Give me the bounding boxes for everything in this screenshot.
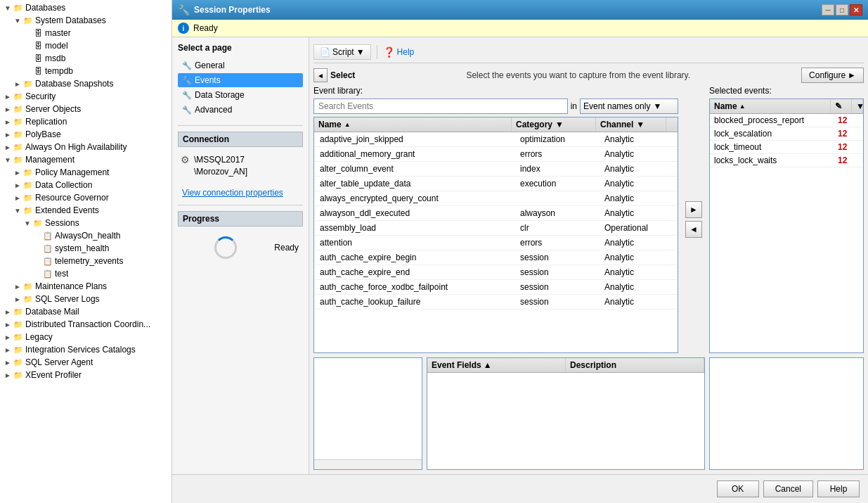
expand-icon[interactable]: ► bbox=[3, 319, 13, 329]
tree-item[interactable]: 🗄tempdb bbox=[1, 65, 170, 77]
expand-icon[interactable]: ► bbox=[3, 117, 13, 127]
expand-icon[interactable]: ► bbox=[3, 332, 13, 342]
page-item-events[interactable]: 🔧Events bbox=[178, 73, 303, 87]
channel-column-header[interactable]: Channel ▼ bbox=[596, 117, 666, 132]
expand-icon[interactable]: ► bbox=[13, 294, 22, 304]
close-button[interactable]: ✕ bbox=[850, 4, 862, 15]
expand-icon[interactable]: ► bbox=[3, 357, 13, 367]
expand-icon[interactable]: ► bbox=[3, 142, 13, 152]
expand-icon[interactable]: ► bbox=[3, 345, 13, 355]
prev-button[interactable]: ◄ bbox=[313, 68, 328, 82]
expand-icon[interactable]: ▼ bbox=[22, 218, 32, 228]
expand-icon[interactable]: ► bbox=[3, 91, 13, 101]
sel-edit-header[interactable]: ✎ bbox=[831, 99, 852, 113]
tree-item[interactable]: ►📁Security bbox=[1, 90, 170, 103]
name-column-header[interactable]: Name ▲ bbox=[314, 117, 512, 132]
selected-event-row[interactable]: locks_lock_waits12 bbox=[710, 154, 863, 167]
tree-item[interactable]: ►📁Always On High Availability bbox=[1, 141, 170, 153]
expand-icon[interactable] bbox=[22, 53, 32, 63]
expand-icon[interactable] bbox=[32, 269, 42, 279]
selected-event-row[interactable]: lock_timeout12 bbox=[710, 141, 863, 154]
tree-item[interactable]: ►📁Data Collection bbox=[1, 179, 170, 191]
tree-item[interactable]: ▼📁Management bbox=[1, 153, 170, 166]
description-header[interactable]: Description bbox=[566, 358, 704, 372]
remove-event-button[interactable]: ◄ bbox=[685, 221, 702, 238]
script-button[interactable]: 📄 Script ▼ bbox=[313, 44, 371, 60]
tree-item[interactable]: ▼📁Extended Events bbox=[1, 204, 170, 217]
expand-icon[interactable]: ▼ bbox=[13, 205, 22, 215]
tree-item[interactable]: ►📁Distributed Transaction Coordin... bbox=[1, 318, 170, 331]
event-row[interactable]: alter_column_eventindexAnalytic bbox=[314, 162, 678, 177]
expand-icon[interactable]: ► bbox=[13, 180, 22, 190]
page-item-data-storage[interactable]: 🔧Data Storage bbox=[178, 88, 303, 102]
view-connection-link[interactable]: View connection properties bbox=[178, 186, 303, 199]
page-item-general[interactable]: 🔧General bbox=[178, 58, 303, 72]
tree-item[interactable]: ►📁Legacy bbox=[1, 331, 170, 343]
search-input[interactable] bbox=[313, 98, 568, 114]
tree-item[interactable]: 📋telemetry_xevents bbox=[1, 255, 170, 267]
tree-item[interactable]: ▼📁Sessions bbox=[1, 217, 170, 229]
cancel-button[interactable]: Cancel bbox=[763, 480, 813, 497]
tree-item[interactable]: 🗄master bbox=[1, 27, 170, 39]
tree-item[interactable]: ▼📁Databases bbox=[1, 1, 170, 14]
bottom-left-scroll[interactable] bbox=[314, 358, 422, 459]
tree-item[interactable]: ►📁Replication bbox=[1, 115, 170, 128]
tree-item[interactable]: ►📁Resource Governor bbox=[1, 191, 170, 204]
tree-item[interactable]: ►📁Maintenance Plans bbox=[1, 280, 170, 293]
page-item-advanced[interactable]: 🔧Advanced bbox=[178, 103, 303, 117]
tree-item[interactable]: ►📁Server Objects bbox=[1, 103, 170, 115]
tree-item[interactable]: ►📁SQL Server Agent bbox=[1, 356, 170, 369]
maximize-button[interactable]: □ bbox=[836, 4, 848, 15]
expand-icon[interactable] bbox=[32, 231, 42, 241]
event-row[interactable]: additional_memory_granterrorsAnalytic bbox=[314, 147, 678, 162]
event-row[interactable]: adaptive_join_skippedoptimizationAnalyti… bbox=[314, 132, 678, 147]
expand-icon[interactable]: ► bbox=[13, 193, 22, 203]
bottom-left-hscroll[interactable] bbox=[314, 459, 422, 469]
tree-item[interactable]: ►📁Database Snapshots bbox=[1, 77, 170, 90]
tree-item[interactable]: ►📁SQL Server Logs bbox=[1, 293, 170, 305]
event-row[interactable]: alwayson_ddl_executedalwaysonAnalytic bbox=[314, 206, 678, 221]
expand-icon[interactable] bbox=[32, 256, 42, 266]
expand-icon[interactable]: ► bbox=[3, 307, 13, 317]
event-row[interactable]: auth_cache_expire_endsessionAnalytic bbox=[314, 265, 678, 280]
expand-icon[interactable]: ► bbox=[13, 281, 22, 291]
expand-icon[interactable] bbox=[32, 243, 42, 253]
event-row[interactable]: alter_table_update_dataexecutionAnalytic bbox=[314, 177, 678, 191]
category-column-header[interactable]: Category ▼ bbox=[512, 117, 596, 132]
tree-item[interactable]: ▼📁System Databases bbox=[1, 14, 170, 27]
expand-icon[interactable]: ► bbox=[13, 167, 22, 177]
expand-icon[interactable]: ► bbox=[3, 129, 13, 139]
tree-item[interactable]: ►📁PolyBase bbox=[1, 128, 170, 141]
minimize-button[interactable]: ─ bbox=[822, 4, 834, 15]
tree-item[interactable]: 📋test bbox=[1, 267, 170, 280]
tree-item[interactable]: ►📁XEvent Profiler bbox=[1, 369, 170, 381]
expand-icon[interactable]: ► bbox=[3, 370, 13, 380]
tree-item[interactable]: 🗄model bbox=[1, 39, 170, 52]
event-row[interactable]: auth_cache_expire_beginsessionAnalytic bbox=[314, 250, 678, 265]
event-row[interactable]: always_encrypted_query_countAnalytic bbox=[314, 191, 678, 206]
expand-icon[interactable]: ► bbox=[3, 104, 13, 114]
event-row[interactable]: auth_cache_lookup_failuresessionAnalytic bbox=[314, 295, 678, 310]
sel-name-header[interactable]: Name ▲ bbox=[710, 99, 831, 113]
tree-item[interactable]: 📋system_health bbox=[1, 242, 170, 255]
sel-filter-header[interactable]: ▼ bbox=[852, 99, 863, 113]
tree-item[interactable]: ►📁Policy Management bbox=[1, 166, 170, 179]
expand-icon[interactable] bbox=[22, 28, 32, 38]
add-event-button[interactable]: ► bbox=[685, 201, 702, 218]
filter-dropdown[interactable]: Event names only ▼ bbox=[580, 98, 678, 114]
ok-button[interactable]: OK bbox=[717, 480, 759, 497]
tree-item[interactable]: 📋AlwaysOn_health bbox=[1, 229, 170, 242]
help-footer-button[interactable]: Help bbox=[817, 480, 860, 497]
configure-button[interactable]: Configure ► bbox=[801, 68, 864, 83]
help-button[interactable]: ❓ Help bbox=[383, 46, 415, 58]
expand-icon[interactable]: ▼ bbox=[13, 15, 22, 25]
tree-item[interactable]: ►📁Database Mail bbox=[1, 305, 170, 318]
expand-icon[interactable] bbox=[22, 41, 32, 51]
expand-icon[interactable] bbox=[22, 66, 32, 76]
expand-icon[interactable]: ► bbox=[13, 79, 22, 89]
selected-event-row[interactable]: lock_escalation12 bbox=[710, 127, 863, 141]
expand-icon[interactable]: ▼ bbox=[3, 3, 13, 13]
event-row[interactable]: assembly_loadclrOperational bbox=[314, 221, 678, 236]
event-fields-header[interactable]: Event Fields ▲ bbox=[427, 358, 566, 372]
selected-event-row[interactable]: blocked_process_report12 bbox=[710, 114, 863, 127]
